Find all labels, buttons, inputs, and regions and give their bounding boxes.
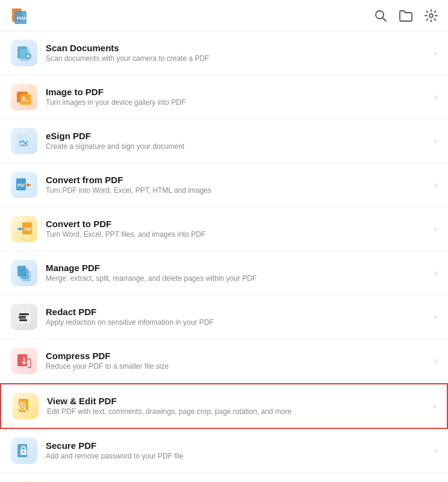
- action-text-esign-pdf: eSign PDF Create a signature and sign yo…: [46, 131, 429, 152]
- action-icon-redact-pdf: [11, 304, 37, 330]
- action-title-convert-to-pdf: Convert to PDF: [46, 219, 429, 229]
- chevron-icon-redact-pdf: ›: [434, 311, 437, 322]
- action-desc-view-edit-pdf: Edit PDF with text, comments, drawings, …: [47, 407, 428, 417]
- chevron-icon-scan-documents: ›: [434, 48, 437, 58]
- action-title-secure-pdf: Secure PDF: [46, 440, 429, 451]
- action-desc-manage-pdf: Merge, extract, split, rearrange, and de…: [46, 274, 429, 284]
- action-text-view-edit-pdf: View & Edit PDF Edit PDF with text, comm…: [47, 396, 428, 417]
- action-item-view-edit-pdf[interactable]: PDF View & Edit PDF Edit PDF with text, …: [0, 383, 448, 429]
- action-item-office-to-image[interactable]: IMG Office to Image Turn Word, Excel and…: [0, 473, 448, 482]
- action-desc-secure-pdf: Add and remove password to your PDF file: [46, 452, 429, 462]
- svg-rect-27: [19, 316, 26, 319]
- action-icon-image-to-pdf: [11, 84, 37, 110]
- chevron-icon-manage-pdf: ›: [434, 268, 437, 278]
- action-desc-redact-pdf: Apply redaction on sensitive information…: [46, 318, 429, 328]
- chevron-icon-secure-pdf: ›: [434, 445, 437, 456]
- action-text-redact-pdf: Redact PDF Apply redaction on sensitive …: [46, 307, 429, 328]
- svg-rect-24: [19, 313, 29, 315]
- action-text-compress-pdf: Compress PDF Reduce your PDF to a smalle…: [46, 351, 429, 372]
- action-item-compress-pdf[interactable]: Compress PDF Reduce your PDF to a smalle…: [0, 339, 448, 383]
- settings-icon[interactable]: [424, 8, 438, 23]
- action-desc-image-to-pdf: Turn images in your device gallery into …: [46, 98, 429, 108]
- action-title-manage-pdf: Manage PDF: [46, 263, 429, 273]
- action-item-image-to-pdf[interactable]: Image to PDF Turn images in your device …: [0, 75, 448, 119]
- header-left: PDF: [10, 5, 31, 27]
- chevron-icon-esign-pdf: ›: [434, 136, 437, 146]
- app-logo[interactable]: PDF: [10, 5, 31, 27]
- action-item-convert-from-pdf[interactable]: PDF Convert from PDF Turn PDF into Word,…: [0, 163, 448, 207]
- action-item-scan-documents[interactable]: Scan Documents Scan documents with your …: [0, 31, 448, 75]
- action-icon-scan-documents: [11, 40, 37, 66]
- svg-text:PDF: PDF: [23, 227, 33, 231]
- action-text-scan-documents: Scan Documents Scan documents with your …: [46, 43, 429, 64]
- svg-text:PDF: PDF: [17, 16, 26, 21]
- action-desc-convert-to-pdf: Turn Word, Excel, PPT files, and images …: [46, 230, 429, 240]
- action-icon-convert-to-pdf: PDF: [11, 216, 37, 242]
- action-item-convert-to-pdf[interactable]: PDF Convert to PDF Turn Word, Excel, PPT…: [0, 207, 448, 251]
- chevron-icon-view-edit-pdf: ›: [433, 401, 436, 412]
- svg-rect-26: [19, 319, 27, 321]
- action-desc-compress-pdf: Reduce your PDF to a smaller file size: [46, 362, 429, 372]
- action-text-secure-pdf: Secure PDF Add and remove password to yo…: [46, 440, 429, 462]
- folder-icon[interactable]: [399, 8, 413, 23]
- svg-point-6: [429, 14, 433, 17]
- action-text-image-to-pdf: Image to PDF Turn images in your device …: [46, 87, 429, 108]
- action-icon-compress-pdf: [11, 348, 37, 374]
- svg-line-5: [383, 17, 387, 21]
- svg-point-36: [23, 451, 25, 453]
- action-item-esign-pdf[interactable]: eSign PDF Create a signature and sign yo…: [0, 119, 448, 163]
- action-title-convert-from-pdf: Convert from PDF: [46, 175, 429, 185]
- svg-rect-28: [17, 354, 27, 366]
- svg-text:PDF: PDF: [20, 401, 26, 404]
- header-icons: [373, 8, 438, 23]
- action-item-manage-pdf[interactable]: Manage PDF Merge, extract, split, rearra…: [0, 251, 448, 295]
- action-title-compress-pdf: Compress PDF: [46, 351, 429, 361]
- action-list: Scan Documents Scan documents with your …: [0, 31, 448, 482]
- action-icon-manage-pdf: [11, 260, 37, 286]
- action-desc-esign-pdf: Create a signature and sign your documen…: [46, 142, 429, 152]
- header: PDF: [0, 0, 448, 31]
- action-text-convert-from-pdf: Convert from PDF Turn PDF into Word, Exc…: [46, 175, 429, 196]
- chevron-icon-convert-from-pdf: ›: [434, 180, 437, 190]
- action-icon-view-edit-pdf: PDF: [12, 393, 39, 419]
- action-title-redact-pdf: Redact PDF: [46, 307, 429, 317]
- action-icon-convert-from-pdf: PDF: [11, 172, 37, 198]
- action-icon-esign-pdf: [11, 128, 37, 154]
- svg-point-31: [21, 405, 23, 408]
- action-desc-convert-from-pdf: Turn PDF into Word, Excel, PPT, HTML and…: [46, 186, 429, 196]
- action-desc-scan-documents: Scan documents with your camera to creat…: [46, 54, 429, 64]
- action-text-convert-to-pdf: Convert to PDF Turn Word, Excel, PPT fil…: [46, 219, 429, 240]
- chevron-icon-compress-pdf: ›: [434, 355, 437, 366]
- chevron-icon-image-to-pdf: ›: [434, 92, 437, 102]
- action-title-esign-pdf: eSign PDF: [46, 131, 429, 141]
- action-title-scan-documents: Scan Documents: [46, 43, 429, 53]
- search-icon[interactable]: [373, 8, 388, 23]
- action-text-manage-pdf: Manage PDF Merge, extract, split, rearra…: [46, 263, 429, 284]
- action-title-image-to-pdf: Image to PDF: [46, 87, 429, 97]
- action-icon-secure-pdf: [11, 437, 37, 464]
- action-item-redact-pdf[interactable]: Redact PDF Apply redaction on sensitive …: [0, 295, 448, 339]
- action-title-view-edit-pdf: View & Edit PDF: [47, 396, 428, 406]
- svg-rect-22: [22, 271, 31, 281]
- action-item-secure-pdf[interactable]: Secure PDF Add and remove password to yo…: [0, 429, 448, 473]
- chevron-icon-convert-to-pdf: ›: [434, 224, 437, 234]
